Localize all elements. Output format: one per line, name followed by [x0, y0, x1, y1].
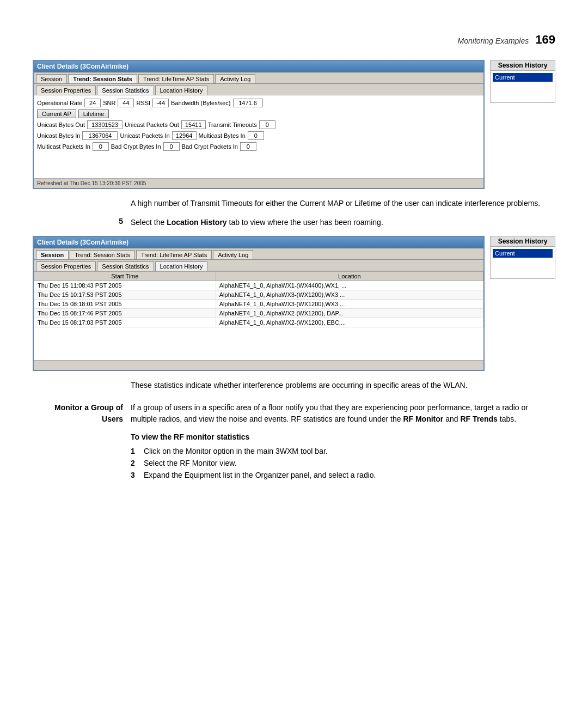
panel2-tabs: Session Trend: Session Stats Trend: Life… [34, 248, 483, 260]
unicast-bytes-out-value: 13301523 [87, 120, 122, 129]
page-number: 169 [535, 33, 555, 47]
list-item: 3Expand the Equipment list in the Organi… [131, 471, 555, 479]
panel1-tabs: Session Trend: Session Stats Trend: Life… [34, 72, 483, 84]
panel2-footer [34, 360, 483, 370]
panel2: Client Details (3ComAir\mike) Session Tr… [33, 236, 485, 371]
panel1-sidebar-current[interactable]: Current [493, 73, 553, 82]
op-rate-label: Operational Rate [37, 100, 82, 106]
tab-trend-lifetime[interactable]: Trend: LifeTime AP Stats [138, 74, 214, 83]
section-label-line2: Users [102, 415, 123, 423]
cell-location: AlphaNET4_1_0, AlphaWX2-(WX1200), DAP... [216, 309, 483, 318]
step-num-3: 3 [131, 471, 139, 479]
step-text-2: Select the RF Monitor view. [144, 459, 236, 467]
cell-location: AlphaNET4_1_0, AlphaWX2-(WX1200), EBC,..… [216, 318, 483, 327]
tab-session[interactable]: Session [36, 74, 67, 83]
unicast-packets-out-label: Unicast Packets Out [125, 121, 179, 128]
step5-content: Select the Location History tab to view … [131, 217, 555, 228]
panel2-tab-session[interactable]: Session [36, 250, 69, 259]
section-content: If a group of users in a specific area o… [131, 402, 555, 425]
bad-crypt-bytes-in-value: 0 [163, 142, 180, 151]
page-header: Monitoring Examples 169 [458, 33, 555, 47]
location-table: Start Time Location Thu Dec 15 11:08:43 … [34, 271, 483, 327]
current-ap-button[interactable]: Current AP [37, 109, 76, 118]
panel2-tab-activity-log[interactable]: Activity Log [213, 250, 253, 259]
transmit-timeouts-label: Transmit Timeouts [208, 121, 257, 128]
panel2-subtab-location-history[interactable]: Location History [155, 261, 208, 271]
bad-crypt-bytes-in-label: Bad Crypt Bytes In [111, 143, 161, 150]
panel1-container: Client Details (3ComAir\mike) Session Tr… [33, 60, 555, 189]
panel2-sidebar-title: Session History [490, 236, 555, 246]
multicast-packets-in-value: 0 [93, 142, 109, 151]
field-row-1: Operational Rate 24 SNR 44 RSSI -44 Band… [37, 99, 480, 107]
rssi-value: -44 [152, 99, 169, 107]
step-text-1: Click on the Monitor option in the main … [144, 447, 328, 455]
tab-activity-log[interactable]: Activity Log [215, 74, 255, 83]
cell-start-time: Thu Dec 15 08:17:46 PST 2005 [34, 309, 216, 318]
table-row: Thu Dec 15 08:18:01 PST 2005AlphaNET4_1_… [34, 300, 483, 309]
bandwidth-label: Bandwidth (Bytes/sec) [171, 100, 230, 106]
panel1-footer: Refreshed at Thu Dec 15 13:20:36 PST 200… [34, 178, 483, 188]
panel2-container: Client Details (3ComAir\mike) Session Tr… [33, 236, 555, 371]
panel2-title: Client Details (3ComAir\mike) [34, 237, 483, 248]
panel1-sidebar-title: Session History [490, 60, 555, 70]
section-monitor-group: Monitor a Group of Users If a group of u… [33, 402, 555, 425]
snr-label: SNR [103, 100, 115, 106]
unicast-bytes-in-label: Unicast Bytes In [37, 132, 80, 139]
panel2-body: Start Time Location Thu Dec 15 11:08:43 … [34, 271, 483, 360]
multicast-packets-in-label: Multicast Packets In [37, 143, 90, 150]
panel1-title: Client Details (3ComAir\mike) [34, 61, 483, 72]
step5-bold: Location History [167, 218, 226, 227]
step-text-3: Expand the Equipment list in the Organiz… [144, 471, 376, 479]
unicast-packets-in-label: Unicast Packets In [120, 132, 169, 139]
panel2-sidebar: Session History Current [485, 236, 555, 371]
section-label: Monitor a Group of Users [33, 402, 131, 425]
para1: A high number of Transmit Timeouts for e… [131, 198, 555, 209]
panel1-subtabs: Session Properties Session Statistics Lo… [34, 84, 483, 95]
op-rate-value: 24 [84, 99, 101, 107]
transmit-timeouts-value: 0 [259, 120, 275, 129]
step-num-1: 1 [131, 447, 139, 455]
unicast-packets-in-value: 12964 [172, 131, 197, 140]
panel2-subtab-session-props[interactable]: Session Properties [36, 261, 96, 271]
panel1-spacer [37, 153, 480, 175]
step5: 5 Select the Location History tab to vie… [33, 217, 555, 228]
cell-start-time: Thu Dec 15 10:17:53 PST 2005 [34, 290, 216, 300]
bandwidth-value: 1471.6 [233, 99, 263, 107]
snr-value: 44 [118, 99, 134, 107]
cell-start-time: Thu Dec 15 08:18:01 PST 2005 [34, 300, 216, 309]
subtab-session-stats[interactable]: Session Statistics [97, 86, 154, 95]
lifetime-button[interactable]: Lifetime [78, 109, 109, 118]
panel2-sidebar-current[interactable]: Current [493, 249, 553, 258]
numbered-steps-list: 1Click on the Monitor option in the main… [131, 447, 555, 479]
tab-trend-session[interactable]: Trend: Session Stats [68, 74, 137, 83]
stats-row-1: Unicast Bytes Out 13301523 Unicast Packe… [37, 120, 480, 129]
bad-crypt-packets-in-label: Bad Crypt Packets In [182, 143, 238, 150]
panel1: Client Details (3ComAir\mike) Session Tr… [33, 60, 485, 189]
panel1-sidebar-content: Current [490, 70, 555, 103]
multicast-bytes-in-label: Multicast Bytes In [199, 132, 246, 139]
subtab-location-history[interactable]: Location History [155, 86, 208, 95]
section-text2: and [443, 415, 460, 423]
col-start-time: Start Time [34, 272, 216, 281]
table-row: Thu Dec 15 11:08:43 PST 2005AlphaNET4_1_… [34, 281, 483, 290]
panel1-sidebar: Session History Current [485, 60, 555, 189]
cell-location: AlphaNET4_1_0, AlphaWX1-(WX4400),WX1, ..… [216, 281, 483, 290]
cell-location: AlphaNET4_1_0, AlphaWX3-(WX1200),WX3 ... [216, 290, 483, 300]
panel2-tab-trend-lifetime[interactable]: Trend: LifeTime AP Stats [136, 250, 212, 259]
table-row: Thu Dec 15 08:17:46 PST 2005AlphaNET4_1_… [34, 309, 483, 318]
panel2-tab-trend-session[interactable]: Trend: Session Stats [70, 250, 135, 259]
multicast-bytes-in-value: 0 [248, 131, 264, 140]
panel2-subtab-session-stats[interactable]: Session Statistics [97, 261, 154, 271]
section-text3: tabs. [498, 415, 516, 423]
table-row: Thu Dec 15 08:17:03 PST 2005AlphaNET4_1_… [34, 318, 483, 327]
col-location: Location [216, 272, 483, 281]
cell-location: AlphaNET4_1_0, AlphaWX3-(WX1200),WX3 ... [216, 300, 483, 309]
panel1-wrapper: Client Details (3ComAir\mike) Session Tr… [33, 60, 555, 189]
section-bold1: RF Monitor [403, 415, 443, 423]
subtab-session-props[interactable]: Session Properties [36, 86, 96, 95]
section-bold2: RF Trends [460, 415, 497, 423]
panel2-subtabs: Session Properties Session Statistics Lo… [34, 260, 483, 271]
stats-row-2: Unicast Bytes In 1367064 Unicast Packets… [37, 131, 480, 140]
header-title: Monitoring Examples [458, 36, 529, 45]
cell-start-time: Thu Dec 15 11:08:43 PST 2005 [34, 281, 216, 290]
